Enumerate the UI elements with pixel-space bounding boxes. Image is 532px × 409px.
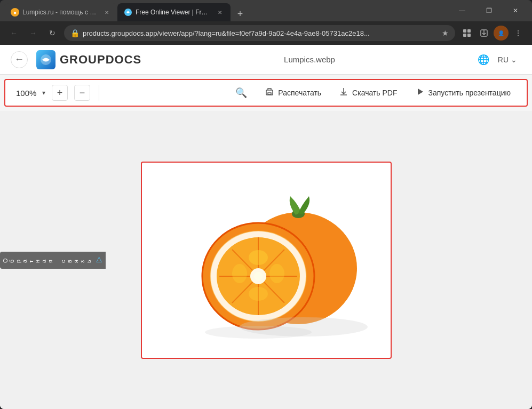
browser-toolbar-icons: 👤 ⋮ [459,26,526,41]
svg-point-7 [44,58,47,61]
presentation-label: Запустить презентацию [428,89,511,97]
save-page-icon[interactable] [477,26,491,41]
tab-close-lumpics[interactable]: ✕ [102,8,111,17]
groupdocs-logo-icon [36,50,55,69]
svg-rect-9 [268,93,271,94]
search-icon: 🔍 [235,87,247,99]
tab-favicon-lumpics: ● [11,8,19,17]
title-bar: ● Lumpics.ru - помощь с компью... ✕ Free… [0,0,532,21]
zoom-value: 100% [16,89,40,98]
lock-icon: 🔒 [70,29,80,37]
print-icon [264,86,275,100]
download-icon [338,86,349,100]
zoom-out-button[interactable]: − [74,85,90,101]
tab-label-lumpics: Lumpics.ru - помощь с компью... [22,9,97,16]
url-text: products.groupdocs.app/viewer/app/?lang=… [83,29,439,37]
svg-point-24 [254,272,263,280]
back-arrow-icon: ← [14,54,24,65]
tab-groupdocs[interactable]: Free Online Viewer | Free Group... ✕ [117,3,231,21]
zoom-control: 100% ▾ [16,89,45,98]
extensions-icon[interactable] [459,26,474,41]
close-button[interactable]: ✕ [503,3,528,18]
address-bar: ← → ↻ 🔒 products.groupdocs.app/viewer/ap… [0,21,532,45]
tab-label-groupdocs: Free Online Viewer | Free Group... [136,9,210,16]
window-controls: — ❐ ✕ [450,3,528,18]
tab-lumpics[interactable]: ● Lumpics.ru - помощь с компью... ✕ [4,3,117,21]
svg-rect-4 [467,34,471,37]
zoom-in-button[interactable]: + [52,85,68,101]
refresh-button[interactable]: ↻ [45,26,60,41]
svg-point-26 [232,264,247,283]
file-name: Lumpics.webp [150,55,469,64]
play-icon [415,86,425,100]
presentation-button[interactable]: Запустить презентацию [409,83,517,103]
viewer-area: Обратнаясвязь ▽ [0,111,532,409]
orange-scene [154,175,378,346]
app-back-button[interactable]: ← [11,51,28,68]
menu-button[interactable]: ⋮ [511,26,526,41]
zoom-dropdown-icon[interactable]: ▾ [42,89,45,97]
download-pdf-label: Скачать PDF [352,89,397,97]
image-container [141,162,392,359]
bookmark-icon[interactable]: ★ [442,29,449,37]
search-button[interactable]: 🔍 [230,84,252,102]
url-bar[interactable]: 🔒 products.groupdocs.app/viewer/app/?lan… [64,25,455,41]
print-label: Распечатать [278,89,321,97]
maximize-button[interactable]: ❐ [477,3,501,18]
back-nav-button[interactable]: ← [6,26,21,41]
minimize-button[interactable]: — [450,3,474,18]
language-label: RU [498,55,509,64]
logo-text: GROUPDOCS [60,53,141,67]
page-content: ← GROUPDOCS Lumpics.webp 🌐 RU ⌄ [0,45,532,409]
browser-window: ● Lumpics.ru - помощь с компью... ✕ Free… [0,0,532,409]
profile-button[interactable]: 👤 [494,26,509,41]
new-tab-button[interactable]: + [233,6,248,21]
svg-point-25 [249,250,268,265]
svg-point-27 [269,264,284,283]
toolbar-separator-1 [99,85,99,101]
language-button[interactable]: RU ⌄ [494,53,521,66]
globe-icon: 🌐 [478,54,489,66]
feedback-wrapper: Обратнаясвязь ▽ [0,252,106,269]
svg-rect-3 [463,34,466,37]
filter-icon: ▽ [95,256,104,264]
feedback-label: Обратнаясвязь [2,258,92,263]
svg-rect-2 [467,29,471,33]
header-right: 🌐 RU ⌄ [478,53,521,66]
svg-point-32 [205,326,312,339]
svg-rect-1 [463,29,466,33]
logo-area: GROUPDOCS [36,50,141,69]
tab-group: ● Lumpics.ru - помощь с компью... ✕ Free… [4,0,443,21]
download-pdf-button[interactable]: Скачать PDF [333,83,402,103]
feedback-tab[interactable]: Обратнаясвязь ▽ [0,252,106,269]
lang-chevron-icon: ⌄ [511,55,517,64]
tab-close-groupdocs[interactable]: ✕ [216,8,224,17]
print-button[interactable]: Распечатать [259,83,327,103]
viewer-toolbar: 100% ▾ + − 🔍 Распечатать [4,79,528,107]
app-header: ← GROUPDOCS Lumpics.webp 🌐 RU ⌄ [0,45,532,75]
tab-favicon-groupdocs [124,8,132,17]
forward-nav-button[interactable]: → [26,26,41,41]
svg-marker-10 [418,89,423,95]
orange-image [154,175,378,346]
svg-point-28 [249,287,268,301]
